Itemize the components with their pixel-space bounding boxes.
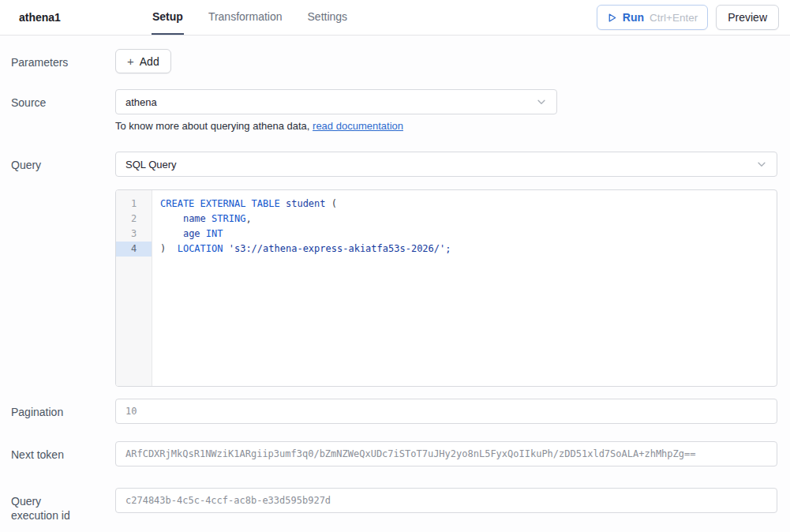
code-token — [206, 213, 212, 224]
pagination-input[interactable] — [115, 399, 777, 424]
code-token: INT — [206, 228, 223, 239]
tab-settings[interactable]: Settings — [307, 0, 349, 35]
preview-button[interactable]: Preview — [716, 5, 779, 30]
topbar: athena1 Setup Transformation Settings Ru… — [0, 0, 790, 36]
read-documentation-link[interactable]: read documentation — [313, 120, 403, 132]
setup-form: Parameters + Add Source athena — [0, 36, 790, 523]
next-token-row: Next token — [11, 441, 777, 466]
pagination-row: Pagination — [11, 399, 777, 424]
query-execution-id-row: Query execution id — [11, 488, 777, 523]
chevron-down-icon — [756, 159, 767, 170]
parameters-row: Parameters + Add — [11, 49, 777, 73]
query-name[interactable]: athena1 — [19, 11, 152, 24]
source-label: Source — [11, 89, 115, 132]
tab-setup-label: Setup — [152, 10, 183, 23]
line-number: 1 — [116, 197, 152, 212]
code-token — [200, 228, 206, 239]
code-token: name — [183, 213, 206, 224]
run-button[interactable]: Run Ctrl+Enter — [597, 5, 708, 30]
editor-code[interactable]: CREATE EXTERNAL TABLE student ( name STR… — [152, 190, 777, 386]
code-token: age — [183, 228, 200, 239]
line-number: 4 — [116, 242, 152, 257]
sql-code-editor[interactable]: 1234 CREATE EXTERNAL TABLE student ( nam… — [115, 189, 777, 387]
run-shortcut: Ctrl+Enter — [650, 12, 698, 24]
code-token — [223, 243, 228, 254]
code-line[interactable]: name STRING, — [160, 212, 769, 227]
tab-setup[interactable]: Setup — [152, 0, 184, 35]
query-execution-id-label: Query execution id — [11, 488, 115, 523]
source-select-value: athena — [125, 96, 536, 108]
query-type-value: SQL Query — [125, 159, 756, 170]
plus-icon: + — [127, 55, 134, 67]
source-helper-prefix: To know more about querying athena data, — [115, 120, 313, 132]
code-token: LOCATION — [178, 243, 223, 254]
code-line[interactable]: age INT — [160, 227, 769, 242]
preview-button-label: Preview — [728, 11, 767, 24]
code-token: CREATE EXTERNAL TABLE — [160, 198, 280, 209]
query-row: Query SQL Query 1234 CREATE EXTERNAL TAB… — [11, 152, 777, 387]
tab-transformation[interactable]: Transformation — [208, 0, 283, 35]
topbar-actions: Run Ctrl+Enter Preview — [597, 5, 779, 30]
add-parameter-label: Add — [140, 55, 159, 68]
add-parameter-button[interactable]: + Add — [115, 49, 171, 73]
next-token-label: Next token — [11, 441, 115, 466]
query-label: Query — [11, 152, 115, 387]
code-token: 's3://athena-express-akiatfa53s-2026/'; — [229, 243, 451, 254]
play-icon — [607, 13, 617, 23]
next-token-input[interactable] — [115, 441, 777, 466]
code-token — [280, 198, 286, 209]
line-number: 2 — [116, 212, 152, 227]
code-token — [160, 213, 183, 224]
chevron-down-icon — [536, 96, 547, 107]
code-token — [160, 228, 183, 239]
query-execution-id-input[interactable] — [115, 488, 777, 513]
tab-settings-label: Settings — [308, 10, 348, 23]
query-editor-page: athena1 Setup Transformation Settings Ru… — [0, 0, 790, 532]
code-token — [166, 243, 177, 254]
code-line[interactable]: ) LOCATION 's3://athena-express-akiatfa5… — [160, 242, 769, 257]
code-token: STRING — [212, 213, 245, 224]
code-token: , — [245, 213, 251, 224]
source-helper-text: To know more about querying athena data,… — [115, 120, 777, 132]
code-token: student — [286, 198, 326, 209]
code-token: ( — [326, 198, 337, 209]
query-type-select[interactable]: SQL Query — [115, 152, 777, 177]
parameters-label: Parameters — [11, 49, 115, 73]
line-number: 3 — [116, 227, 152, 242]
editor-gutter: 1234 — [116, 190, 152, 386]
editor-tabs: Setup Transformation Settings — [152, 0, 348, 35]
source-row: Source athena To know more about queryin… — [11, 89, 777, 132]
run-button-label: Run — [623, 11, 644, 24]
source-select[interactable]: athena — [115, 89, 557, 114]
tab-transformation-label: Transformation — [208, 10, 283, 23]
code-line[interactable]: CREATE EXTERNAL TABLE student ( — [160, 197, 769, 212]
pagination-label: Pagination — [11, 399, 115, 424]
